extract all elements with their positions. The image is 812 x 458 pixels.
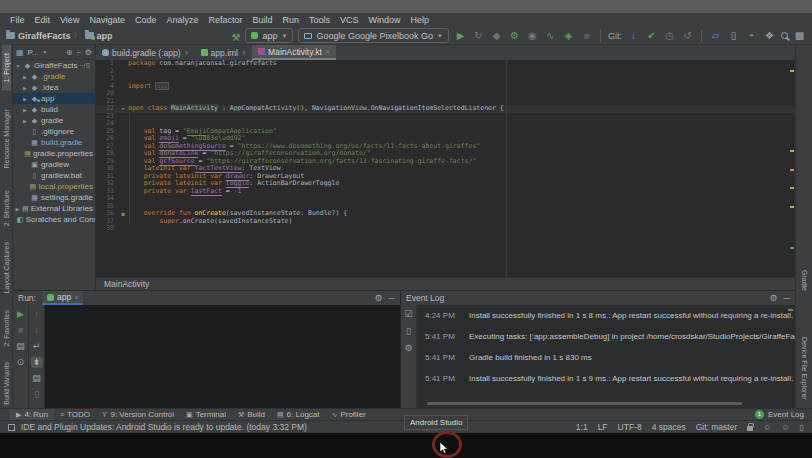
tool-window-button[interactable]: Device File Explorer: [800, 329, 809, 408]
menu-item[interactable]: Build: [247, 15, 277, 25]
tree-item[interactable]: gradlew: [13, 159, 95, 170]
breadcrumb-module[interactable]: app: [97, 31, 113, 41]
status-segment[interactable]: UTF-8: [618, 422, 642, 432]
tree-item[interactable]: settings.gradle: [13, 192, 95, 203]
tree-item[interactable]: .gitignore: [13, 126, 95, 137]
tool-window-button[interactable]: ▣ Terminal: [180, 409, 232, 421]
tree-chevron-icon[interactable]: ▶: [22, 74, 28, 80]
wrench-icon[interactable]: ⚙: [403, 343, 415, 354]
tool-window-button[interactable]: 1: Project: [2, 45, 11, 91]
build-hammer-icon[interactable]: ⚒: [232, 32, 241, 43]
run-tab-app[interactable]: app ×: [42, 291, 83, 305]
editor-breadcrumb[interactable]: MainActivity: [96, 277, 795, 290]
tree-item[interactable]: ▶ .gradle: [13, 71, 95, 82]
run-console[interactable]: [46, 305, 400, 408]
status-segment[interactable]: LF: [598, 422, 608, 432]
menu-item[interactable]: Window: [364, 15, 406, 25]
gutter-icon[interactable]: [118, 90, 128, 98]
event-log-body[interactable]: 4:24 PM Install successfully finished in…: [417, 305, 795, 408]
feedback-smiley-icon[interactable]: ☺: [781, 423, 789, 432]
close-icon[interactable]: ×: [74, 294, 78, 301]
attach-debugger-icon[interactable]: ◉: [526, 30, 539, 42]
clear-all-icon[interactable]: ▯: [31, 389, 43, 400]
event-log-entry[interactable]: 5:41 PM Gradle build finished in 1 s 830…: [417, 347, 795, 368]
code-line[interactable]: 20: [96, 90, 795, 98]
tree-chevron-icon[interactable]: ▶: [22, 118, 28, 124]
device-manager-icon[interactable]: ▯: [727, 30, 740, 42]
collapse-all-icon[interactable]: ÷: [76, 48, 80, 57]
gutter-icon[interactable]: [118, 135, 128, 143]
tree-item[interactable]: ▶ External Libraries: [13, 203, 95, 214]
gutter-icon[interactable]: [118, 113, 128, 121]
horizontal-scrollbar[interactable]: [427, 402, 742, 405]
gutter-icon[interactable]: [118, 195, 128, 203]
tree-item[interactable]: gradle.properties: [13, 148, 95, 159]
clear-log-icon[interactable]: ▯: [403, 326, 415, 337]
menu-item[interactable]: VCS: [335, 15, 364, 25]
avd-manager-icon[interactable]: ◓: [745, 30, 758, 42]
print-icon[interactable]: ▤: [31, 373, 43, 384]
gutter-icon[interactable]: [118, 188, 128, 196]
tool-window-button[interactable]: Gradle: [800, 262, 809, 299]
code-area[interactable]: 1 package com.naranjaconsal.giraffefacts…: [96, 60, 795, 277]
locate-file-icon[interactable]: ⊕: [66, 48, 73, 57]
tree-chevron-icon[interactable]: ▶: [22, 85, 28, 91]
pin-icon[interactable]: ⊙: [15, 357, 27, 368]
editor-tab[interactable]: build.gradle (:app) ×: [96, 45, 195, 60]
scroll-to-end-icon[interactable]: ⇟: [31, 357, 43, 368]
tree-item[interactable]: ▶ .idea: [13, 82, 95, 93]
gutter-icon[interactable]: [118, 143, 128, 151]
gutter-icon[interactable]: [118, 98, 128, 106]
gutter-icon[interactable]: [118, 120, 128, 128]
close-tab-icon[interactable]: ×: [242, 49, 246, 56]
apply-code-changes-icon[interactable]: ⚙: [508, 30, 521, 42]
tree-item[interactable]: gradlew.bat: [13, 170, 95, 181]
code-line[interactable]: 1 package com.naranjaconsal.giraffefacts: [96, 60, 795, 68]
tool-window-button[interactable]: ⚒ Build: [232, 409, 271, 421]
warning-stripe-mark[interactable]: [790, 187, 794, 189]
gutter-icon[interactable]: [118, 180, 128, 188]
panel-settings-icon[interactable]: ⚙: [85, 48, 92, 57]
tree-item[interactable]: build.gradle: [13, 137, 95, 148]
tree-item[interactable]: local.properties: [13, 181, 95, 192]
menu-item[interactable]: Code: [130, 15, 162, 25]
close-tab-icon[interactable]: ×: [326, 48, 330, 55]
event-log-badge[interactable]: 1 Event Log: [755, 410, 804, 419]
debug-icon[interactable]: ◆: [490, 30, 503, 42]
warning-stripe-mark[interactable]: [790, 150, 794, 152]
profiler-icon[interactable]: ∿: [544, 30, 557, 42]
git-rollback-icon[interactable]: ↺: [681, 30, 694, 42]
minimize-panel-icon[interactable]: ─: [389, 293, 395, 303]
tool-window-switcher-icon[interactable]: [8, 424, 15, 431]
tool-window-button[interactable]: 2: Favorites: [2, 302, 11, 355]
project-view-dropdown[interactable]: P...: [28, 48, 39, 57]
device-file-explorer-icon[interactable]: ▱: [709, 30, 722, 42]
code-line[interactable]: 33 private var lastFact = -1: [96, 188, 795, 196]
gutter-icon[interactable]: [118, 203, 128, 211]
tool-window-button[interactable]: ▤ 6: Logcat: [271, 409, 326, 421]
warning-stripe-mark[interactable]: [790, 70, 794, 72]
editor-tab[interactable]: MainActivity.kt ×: [252, 45, 336, 60]
search-everywhere-icon[interactable]: [781, 32, 788, 39]
run-config-dropdown[interactable]: app▼: [245, 28, 293, 43]
panel-settings-icon[interactable]: ⚙: [375, 293, 383, 303]
stop-icon[interactable]: ■: [580, 30, 593, 42]
menu-item[interactable]: Tools: [304, 15, 335, 25]
event-log-entry[interactable]: 4:24 PM Install successfully finished in…: [417, 305, 795, 326]
event-log-entry[interactable]: 5:41 PM Executing tasks: [:app:assembleD…: [417, 326, 795, 347]
menu-item[interactable]: Refactor: [203, 15, 247, 25]
show-layouts-icon[interactable]: ▤: [15, 341, 27, 352]
minimize-panel-icon[interactable]: ─: [784, 293, 790, 303]
warning-stripe-mark[interactable]: [790, 169, 794, 171]
tree-item[interactable]: ▼ GiraffeFacts ~/S: [13, 60, 95, 71]
breadcrumb-project[interactable]: GiraffeFacts: [18, 31, 71, 41]
status-segment[interactable]: 1:1: [576, 422, 588, 432]
profile-app-icon[interactable]: ◈: [562, 30, 575, 42]
tool-window-button[interactable]: 2: Structure: [2, 182, 11, 234]
gutter-icon[interactable]: [118, 60, 128, 68]
tool-window-button[interactable]: Resource Manager: [2, 101, 11, 177]
gutter-icon[interactable]: [118, 158, 128, 166]
gutter-icon[interactable]: [118, 150, 128, 158]
menu-item[interactable]: Analyze: [161, 15, 203, 25]
gutter-icon[interactable]: [118, 68, 128, 76]
